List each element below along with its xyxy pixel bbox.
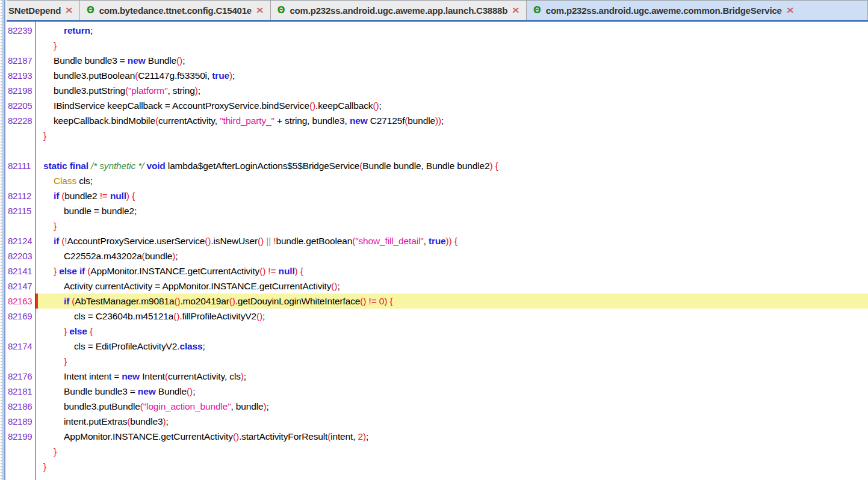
code-line[interactable]: 82141} else if (AppMonitor.INSTANCE.getC… [7, 263, 868, 278]
line-number: 82115 [7, 203, 36, 218]
code-line[interactable]: 82198bundle3.putString("platform", strin… [7, 83, 868, 98]
line-number [7, 444, 36, 459]
line-number: 82199 [7, 429, 36, 444]
code-line[interactable]: 82176Intent intent = new Intent(currentA… [7, 369, 868, 384]
code-line[interactable]: } [7, 128, 868, 143]
code-line[interactable]: 82169cls = C23604b.m45121a().fillProfile… [7, 309, 868, 324]
code-line-text: keepCallback.bindMobile(currentActivity,… [36, 113, 868, 128]
code-line-text: } else if (AppMonitor.INSTANCE.getCurren… [36, 263, 868, 278]
tab-c3888b[interactable]: Θcom.p232ss.android.ugc.aweme.app.launch… [271, 1, 527, 20]
line-number: 82176 [7, 369, 36, 384]
code-line[interactable]: 82124if (!AccountProxyService.userServic… [7, 233, 868, 248]
line-number: 82203 [7, 248, 36, 263]
line-number: 82198 [7, 83, 36, 98]
code-line-text: C22552a.m43202a(bundle); [36, 248, 868, 263]
line-number [7, 173, 36, 188]
code-line[interactable]: 82187Bundle bundle3 = new Bundle(); [7, 53, 868, 68]
tab-c15401e[interactable]: Θcom.bytedance.ttnet.config.C15401e✕ [80, 1, 271, 20]
code-line[interactable]: 82228keepCallback.bindMobile(currentActi… [7, 113, 868, 128]
line-number: 82186 [7, 399, 36, 414]
code-line[interactable]: 82189intent.putExtras(bundle3); [7, 414, 868, 429]
tab-close-icon[interactable]: ✕ [512, 5, 519, 15]
code-line-text: cls = C23604b.m45121a().fillProfileActiv… [36, 309, 868, 324]
code-line-text: Activity currentActivity = AppMonitor.IN… [36, 278, 868, 294]
code-line-text: AppMonitor.INSTANCE.getCurrentActivity()… [36, 429, 868, 444]
code-line-text: return; [36, 23, 868, 38]
tab-close-icon[interactable]: ✕ [786, 5, 794, 15]
panel-splitter[interactable] [0, 0, 7, 480]
code-line[interactable]: } [7, 444, 868, 459]
code-line-text: } [36, 38, 868, 53]
code-line[interactable]: 82203C22552a.m43202a(bundle); [7, 248, 868, 263]
code-line-text: Bundle bundle3 = new Bundle(); [36, 53, 868, 68]
code-line-text: bundle3.putString("platform", string); [36, 83, 868, 98]
line-number: 82239 [7, 23, 36, 38]
line-number [7, 324, 36, 339]
code-line[interactable]: } [7, 459, 868, 474]
line-number [7, 218, 36, 233]
code-line-text [36, 143, 868, 158]
code-line[interactable]: 82181Bundle bundle3 = new Bundle(); [7, 384, 868, 399]
code-line-text: static final /* synthetic */ void lambda… [36, 158, 868, 173]
code-line[interactable]: } [7, 218, 868, 233]
line-number: 82228 [7, 113, 36, 128]
code-line[interactable] [7, 143, 868, 158]
code-line-text: } [36, 444, 868, 459]
line-number: 82174 [7, 339, 36, 354]
line-number [7, 354, 36, 369]
code-line[interactable]: 82115bundle = bundle2; [7, 203, 868, 218]
line-number [7, 38, 36, 53]
code-line-text: if (!AccountProxyService.userService().i… [36, 233, 868, 248]
line-number: 82189 [7, 414, 36, 429]
code-line-text: bundle = bundle2; [36, 203, 868, 218]
class-icon: Θ [277, 6, 285, 15]
code-line-text: Bundle bundle3 = new Bundle(); [36, 384, 868, 399]
code-line-text: } [36, 128, 868, 143]
code-line[interactable]: 82205IBindService keepCallback = Account… [7, 98, 868, 113]
line-number: 82181 [7, 384, 36, 399]
code-line[interactable]: 82112if (bundle2 != null) { [7, 188, 868, 203]
code-line[interactable]: 82199AppMonitor.INSTANCE.getCurrentActiv… [7, 429, 868, 444]
tab-close-icon[interactable]: ✕ [65, 5, 73, 15]
line-number: 82141 [7, 263, 36, 278]
class-icon: Θ [533, 6, 541, 15]
line-number: 82205 [7, 98, 36, 113]
code-line-text: intent.putExtras(bundle3); [36, 414, 868, 429]
line-number [7, 128, 36, 143]
code-line[interactable]: } [7, 354, 868, 369]
tab-close-icon[interactable]: ✕ [256, 5, 264, 15]
line-number: 82163 [7, 294, 36, 309]
code-line-text: bundle3.putBoolean(C21147g.f53350i, true… [36, 68, 868, 83]
code-line[interactable]: 82147Activity currentActivity = AppMonit… [7, 278, 868, 294]
code-line[interactable]: 82111static final /* synthetic */ void l… [7, 158, 868, 173]
code-line[interactable]: } [7, 38, 868, 53]
line-number: 82111 [7, 158, 36, 173]
tab-bridgeservice[interactable]: Θcom.p232ss.android.ugc.aweme.common.Bri… [527, 1, 868, 20]
line-number: 82169 [7, 309, 36, 324]
code-line[interactable]: } else { [7, 324, 868, 339]
line-number [7, 143, 36, 158]
code-lines: 82239return;}82187Bundle bundle3 = new B… [7, 23, 868, 474]
code-line[interactable]: 82186bundle3.putBundle("login_action_bun… [7, 399, 868, 414]
code-line-text: Class cls; [36, 173, 868, 188]
code-line[interactable]: 82174cls = EditProfileActivityV2.class; [7, 339, 868, 354]
tab-label: com.p232ss.android.ugc.aweme.app.launch.… [290, 5, 507, 16]
line-number: 82124 [7, 233, 36, 248]
code-line-text: } else { [36, 324, 868, 339]
tab-label: com.p232ss.android.ugc.aweme.common.Brid… [546, 5, 782, 16]
tab-label: com.bytedance.ttnet.config.C15401e [99, 5, 252, 16]
code-editor[interactable]: 82239return;}82187Bundle bundle3 = new B… [7, 22, 868, 480]
line-number: 82147 [7, 278, 36, 294]
code-line-text: Intent intent = new Intent(currentActivi… [36, 369, 868, 384]
tab-label: SNetDepend [8, 5, 61, 16]
code-line[interactable]: 82239return; [7, 23, 868, 38]
code-line[interactable]: 82193bundle3.putBoolean(C21147g.f53350i,… [7, 68, 868, 83]
code-line-text: } [36, 459, 868, 474]
code-line-text: } [36, 354, 868, 369]
code-line[interactable]: Class cls; [7, 173, 868, 188]
tab-snetdepend[interactable]: SNetDepend✕ [7, 1, 80, 20]
class-icon: Θ [87, 6, 95, 15]
code-line-highlighted[interactable]: 82163if (AbTestManager.m9081a().mo20419a… [7, 294, 868, 309]
line-number [7, 459, 36, 474]
line-number: 82112 [7, 188, 36, 203]
